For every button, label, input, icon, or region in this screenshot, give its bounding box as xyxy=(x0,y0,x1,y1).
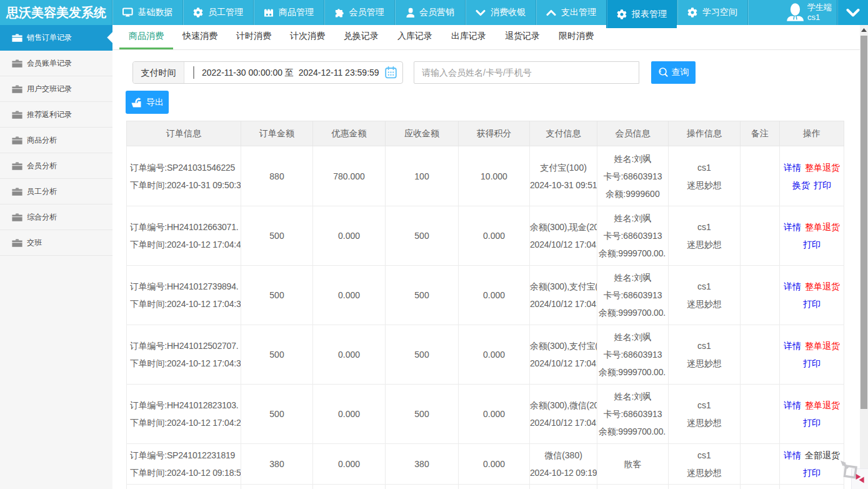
action-详情[interactable]: 详情 xyxy=(784,281,801,291)
action-打印[interactable]: 打印 xyxy=(803,468,821,478)
action-换货[interactable]: 换货 xyxy=(792,180,810,190)
cell-member-info: 散客 xyxy=(597,444,669,485)
tab-5[interactable]: 入库记录 xyxy=(388,25,442,50)
action-整单退货[interactable]: 整单退货 xyxy=(805,222,840,232)
action-line: 打印 xyxy=(781,236,842,253)
nav-item-label: 支出管理 xyxy=(561,7,596,18)
cell-order-amount: 380 xyxy=(241,444,313,485)
nav-item-3[interactable]: 会员管理 xyxy=(324,0,394,25)
sidebar-item-label: 综合分析 xyxy=(27,212,57,223)
user-icon xyxy=(406,8,414,18)
tab-1[interactable]: 快速消费 xyxy=(173,25,227,50)
table-row-3: 订单编号:HH241012502707.下单时间:2024-10-12 17:0… xyxy=(127,325,844,385)
cell-line: cs1 xyxy=(670,396,739,414)
date-range-value[interactable]: 2022-11-30 00:00:00 至 2024-12-11 23:59:5… xyxy=(202,62,379,83)
cell-line: 380 xyxy=(387,455,457,473)
sidebar-item-6[interactable]: 员工分析 xyxy=(0,179,112,204)
action-line: 打印 xyxy=(781,464,842,481)
tab-6[interactable]: 出库记录 xyxy=(442,25,496,50)
action-整单退货[interactable]: 整单退货 xyxy=(805,163,840,173)
cell-line: 余额(300),支付宝(300) xyxy=(530,278,597,295)
action-line: 详情整单退货 xyxy=(781,278,842,295)
cell-line: 卡号:68603913 xyxy=(599,168,667,185)
table-row-0: 订单编号:SP241031546225下单时间:2024-10-31 09:50… xyxy=(127,146,844,206)
tab-8[interactable]: 限时消费 xyxy=(549,25,603,50)
gear-icon xyxy=(687,8,697,18)
tab-label: 兑换记录 xyxy=(344,31,379,41)
user-menu[interactable]: 学生端 cs1 xyxy=(747,0,837,25)
scrollbar-thumb[interactable] xyxy=(861,36,867,409)
nav-item-0[interactable]: 基础数据 xyxy=(112,0,182,25)
action-打印[interactable]: 打印 xyxy=(803,418,821,428)
chevron-down-icon xyxy=(476,9,486,16)
cell-order-info: 订单编号:SP241031546225下单时间:2024-10-31 09:50… xyxy=(127,146,241,206)
cell-order-info: 订单编号:HH241012663071.下单时间:2024-10-12 17:0… xyxy=(127,206,241,266)
action-详情[interactable]: 详情 xyxy=(784,222,801,232)
action-打印[interactable]: 打印 xyxy=(803,358,821,368)
nav-item-label: 学习空间 xyxy=(702,7,737,18)
sidebar-item-0[interactable]: 销售订单记录 xyxy=(0,25,112,51)
action-详情[interactable]: 详情 xyxy=(784,163,801,173)
nav-item-6[interactable]: 支出管理 xyxy=(536,0,606,25)
briefcase-icon xyxy=(12,239,22,247)
nav-item-5[interactable]: 消费收银 xyxy=(465,0,536,25)
cell-receivable-amount: 500 xyxy=(386,385,459,444)
cell-remark xyxy=(741,444,780,485)
calendar-icon[interactable] xyxy=(385,66,397,79)
tab-4[interactable]: 兑换记录 xyxy=(334,25,388,50)
cell-remark xyxy=(741,146,780,206)
sidebar-item-3[interactable]: 推荐返利记录 xyxy=(0,102,112,128)
action-打印[interactable]: 打印 xyxy=(803,299,821,309)
sidebar-item-5[interactable]: 会员分析 xyxy=(0,153,112,179)
action-整单退货[interactable]: 整单退货 xyxy=(805,400,840,410)
tab-bar: 商品消费快速消费计时消费计次消费兑换记录入库记录出库记录退货记录限时消费 xyxy=(112,25,860,50)
action-详情[interactable]: 详情 xyxy=(784,341,801,351)
briefcase-icon xyxy=(12,162,22,170)
tab-0[interactable]: 商品消费 xyxy=(119,25,173,50)
action-整单退货[interactable]: 整单退货 xyxy=(805,341,840,351)
puzzle-icon xyxy=(335,8,344,18)
nav-item-1[interactable]: 员工管理 xyxy=(182,0,253,25)
tab-label: 限时消费 xyxy=(559,31,594,41)
action-全部退货[interactable]: 全部退货 xyxy=(805,450,840,460)
cell-line: 下单时间:2024-10-12 17:04:45 xyxy=(130,236,241,253)
cell-line: 余额:9999700.00. xyxy=(599,245,667,262)
member-search-input[interactable] xyxy=(422,62,628,83)
sidebar-item-7[interactable]: 综合分析 xyxy=(0,204,112,230)
column-header-4: 获得积分 xyxy=(459,121,530,146)
tab-2[interactable]: 计时消费 xyxy=(227,25,281,50)
sidebar-item-8[interactable]: 交班 xyxy=(0,230,112,256)
sidebar-item-label: 用户交班记录 xyxy=(27,84,72,94)
date-range-picker[interactable]: 支付时间 2022-11-30 00:00:00 至 2024-12-11 23… xyxy=(132,61,403,84)
vertical-scrollbar[interactable] xyxy=(860,25,868,489)
tab-3[interactable]: 计次消费 xyxy=(281,25,334,50)
sidebar-item-4[interactable]: 商品分析 xyxy=(0,128,112,153)
nav-item-4[interactable]: 会员营销 xyxy=(394,0,465,25)
action-详情[interactable]: 详情 xyxy=(784,400,801,410)
nav-item-2[interactable]: 商品管理 xyxy=(253,0,324,25)
scrollbar-up-arrow[interactable] xyxy=(860,25,868,35)
table-row-2: 订单编号:HH241012739894.下单时间:2024-10-12 17:0… xyxy=(127,266,844,325)
sidebar-item-2[interactable]: 用户交班记录 xyxy=(0,76,112,102)
cell-pay-info: 余额(300),支付宝(300)2024/10/12 17:04:35 xyxy=(530,266,597,325)
cell-line: 迷思妙想 xyxy=(670,295,739,313)
time-type-button[interactable]: 支付时间 xyxy=(133,62,184,83)
shop-icon xyxy=(264,8,274,18)
action-打印[interactable]: 打印 xyxy=(814,180,831,190)
nav-item-7[interactable]: 报表管理 xyxy=(606,0,677,28)
action-打印[interactable]: 打印 xyxy=(803,239,821,250)
action-详情[interactable]: 详情 xyxy=(784,450,801,460)
gear-icon xyxy=(193,8,203,18)
action-整单退货[interactable]: 整单退货 xyxy=(805,281,840,291)
cell-discount-amount: 0.000 xyxy=(313,444,386,485)
sidebar-item-label: 员工分析 xyxy=(27,186,57,197)
navbar-collapse-button[interactable] xyxy=(837,0,868,25)
nav-item-8[interactable]: 学习空间 xyxy=(677,0,747,25)
tab-7[interactable]: 退货记录 xyxy=(496,25,549,50)
cell-line: 余额(300),支付宝(300) xyxy=(530,337,597,355)
export-button[interactable]: 导出 xyxy=(126,91,169,114)
cell-order-amount: 880 xyxy=(241,146,313,206)
cell-line: 2024-10-12 09:19:12 xyxy=(530,464,597,481)
search-button[interactable]: 查询 xyxy=(651,61,696,84)
sidebar-item-1[interactable]: 会员账单记录 xyxy=(0,51,112,76)
